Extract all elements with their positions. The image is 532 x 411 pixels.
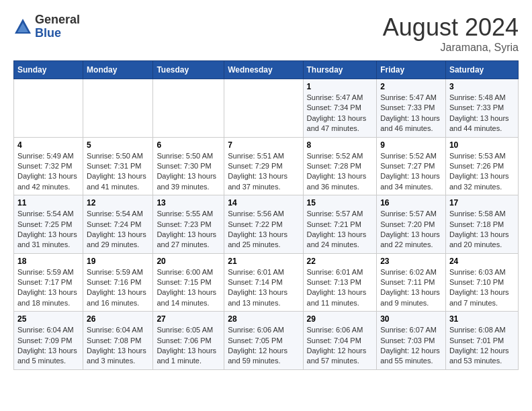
day-cell: 31Sunrise: 6:08 AMSunset: 7:01 PMDayligh… [445, 312, 518, 370]
day-info: Sunrise: 5:57 AMSunset: 7:20 PMDaylight:… [380, 209, 442, 250]
day-number: 23 [380, 257, 442, 266]
day-info: Sunrise: 6:01 AMSunset: 7:14 PMDaylight:… [228, 267, 299, 309]
calendar-table: SundayMondayTuesdayWednesdayThursdayFrid… [13, 60, 519, 370]
day-number: 20 [157, 257, 220, 266]
day-info: Sunrise: 5:49 AMSunset: 7:32 PMDaylight:… [17, 151, 79, 193]
day-number: 31 [449, 314, 515, 324]
day-info: Sunrise: 5:52 AMSunset: 7:28 PMDaylight:… [307, 151, 373, 193]
day-number: 1 [307, 82, 373, 91]
day-info: Sunrise: 6:07 AMSunset: 7:03 PMDaylight:… [380, 325, 442, 367]
day-number: 3 [449, 82, 515, 91]
day-number: 12 [87, 198, 149, 208]
week-row-2: 4Sunrise: 5:49 AMSunset: 7:32 PMDaylight… [14, 137, 519, 195]
day-cell [83, 79, 153, 138]
day-info: Sunrise: 6:08 AMSunset: 7:01 PMDaylight:… [449, 325, 515, 367]
day-info: Sunrise: 5:52 AMSunset: 7:27 PMDaylight:… [380, 151, 442, 193]
day-number: 21 [228, 257, 299, 266]
day-cell [14, 79, 83, 138]
day-info: Sunrise: 5:57 AMSunset: 7:21 PMDaylight:… [307, 209, 373, 250]
week-row-1: 1Sunrise: 5:47 AMSunset: 7:34 PMDaylight… [14, 79, 519, 138]
day-info: Sunrise: 5:47 AMSunset: 7:33 PMDaylight:… [380, 93, 442, 134]
week-row-4: 18Sunrise: 5:59 AMSunset: 7:17 PMDayligh… [14, 253, 519, 312]
day-info: Sunrise: 6:06 AMSunset: 7:05 PMDaylight:… [228, 325, 299, 367]
day-number: 9 [380, 140, 442, 150]
day-info: Sunrise: 5:50 AMSunset: 7:31 PMDaylight:… [87, 151, 149, 193]
day-cell: 28Sunrise: 6:06 AMSunset: 7:05 PMDayligh… [224, 312, 303, 370]
day-cell: 10Sunrise: 5:53 AMSunset: 7:26 PMDayligh… [445, 137, 518, 195]
header-cell-saturday: Saturday [445, 61, 518, 79]
day-info: Sunrise: 6:04 AMSunset: 7:09 PMDaylight:… [17, 325, 79, 367]
day-number: 26 [87, 314, 149, 324]
day-cell: 7Sunrise: 5:51 AMSunset: 7:29 PMDaylight… [224, 137, 303, 195]
day-number: 8 [307, 140, 373, 150]
day-info: Sunrise: 5:55 AMSunset: 7:23 PMDaylight:… [157, 209, 220, 250]
day-info: Sunrise: 5:53 AMSunset: 7:26 PMDaylight:… [449, 151, 515, 193]
header-cell-friday: Friday [377, 61, 446, 79]
day-info: Sunrise: 5:59 AMSunset: 7:16 PMDaylight:… [87, 267, 149, 309]
calendar-body: 1Sunrise: 5:47 AMSunset: 7:34 PMDaylight… [14, 79, 519, 370]
day-cell: 15Sunrise: 5:57 AMSunset: 7:21 PMDayligh… [303, 195, 377, 254]
day-number: 22 [307, 257, 373, 266]
logo: General Blue [13, 13, 80, 40]
logo-general-text: General [35, 13, 80, 27]
day-cell: 17Sunrise: 5:58 AMSunset: 7:18 PMDayligh… [445, 195, 518, 254]
header-cell-sunday: Sunday [14, 61, 83, 79]
day-cell: 25Sunrise: 6:04 AMSunset: 7:09 PMDayligh… [14, 312, 83, 370]
month-title: August 2024 [383, 13, 519, 42]
day-info: Sunrise: 6:02 AMSunset: 7:11 PMDaylight:… [380, 267, 442, 309]
header-cell-thursday: Thursday [303, 61, 377, 79]
day-number: 6 [157, 140, 220, 150]
day-number: 7 [228, 140, 299, 150]
day-number: 25 [17, 314, 79, 324]
day-number: 24 [449, 257, 515, 266]
day-cell: 2Sunrise: 5:47 AMSunset: 7:33 PMDaylight… [377, 79, 446, 138]
day-number: 4 [17, 140, 79, 150]
day-cell: 6Sunrise: 5:50 AMSunset: 7:30 PMDaylight… [153, 137, 224, 195]
logo-icon [13, 17, 32, 36]
header-cell-wednesday: Wednesday [224, 61, 303, 79]
day-number: 10 [449, 140, 515, 150]
day-number: 27 [157, 314, 220, 324]
day-cell: 11Sunrise: 5:54 AMSunset: 7:25 PMDayligh… [14, 195, 83, 254]
day-cell: 9Sunrise: 5:52 AMSunset: 7:27 PMDaylight… [377, 137, 446, 195]
day-info: Sunrise: 6:03 AMSunset: 7:10 PMDaylight:… [449, 267, 515, 309]
day-cell: 3Sunrise: 5:48 AMSunset: 7:33 PMDaylight… [445, 79, 518, 138]
day-cell: 24Sunrise: 6:03 AMSunset: 7:10 PMDayligh… [445, 253, 518, 312]
calendar-header: SundayMondayTuesdayWednesdayThursdayFrid… [14, 61, 519, 79]
day-number: 30 [380, 314, 442, 324]
day-cell: 22Sunrise: 6:01 AMSunset: 7:13 PMDayligh… [303, 253, 377, 312]
week-row-5: 25Sunrise: 6:04 AMSunset: 7:09 PMDayligh… [14, 312, 519, 370]
day-cell: 21Sunrise: 6:01 AMSunset: 7:14 PMDayligh… [224, 253, 303, 312]
title-block: August 2024 Jaramana, Syria [383, 13, 519, 54]
day-number: 29 [307, 314, 373, 324]
day-info: Sunrise: 6:00 AMSunset: 7:15 PMDaylight:… [157, 267, 220, 309]
day-info: Sunrise: 5:56 AMSunset: 7:22 PMDaylight:… [228, 209, 299, 250]
day-cell: 30Sunrise: 6:07 AMSunset: 7:03 PMDayligh… [377, 312, 446, 370]
day-info: Sunrise: 6:01 AMSunset: 7:13 PMDaylight:… [307, 267, 373, 309]
day-info: Sunrise: 6:06 AMSunset: 7:04 PMDaylight:… [307, 325, 373, 367]
day-cell: 4Sunrise: 5:49 AMSunset: 7:32 PMDaylight… [14, 137, 83, 195]
day-number: 28 [228, 314, 299, 324]
day-info: Sunrise: 5:58 AMSunset: 7:18 PMDaylight:… [449, 209, 515, 250]
day-cell [224, 79, 303, 138]
day-cell: 14Sunrise: 5:56 AMSunset: 7:22 PMDayligh… [224, 195, 303, 254]
day-info: Sunrise: 6:04 AMSunset: 7:08 PMDaylight:… [87, 325, 149, 367]
day-cell: 18Sunrise: 5:59 AMSunset: 7:17 PMDayligh… [14, 253, 83, 312]
day-number: 14 [228, 198, 299, 208]
header-row: SundayMondayTuesdayWednesdayThursdayFrid… [14, 61, 519, 79]
week-row-3: 11Sunrise: 5:54 AMSunset: 7:25 PMDayligh… [14, 195, 519, 254]
logo-blue-text: Blue [35, 27, 80, 40]
header-cell-monday: Monday [83, 61, 153, 79]
day-info: Sunrise: 5:50 AMSunset: 7:30 PMDaylight:… [157, 151, 220, 193]
day-number: 19 [87, 257, 149, 266]
day-number: 5 [87, 140, 149, 150]
day-cell: 23Sunrise: 6:02 AMSunset: 7:11 PMDayligh… [377, 253, 446, 312]
day-cell: 29Sunrise: 6:06 AMSunset: 7:04 PMDayligh… [303, 312, 377, 370]
day-number: 2 [380, 82, 442, 91]
page-header: General Blue August 2024 Jaramana, Syria [13, 13, 519, 54]
day-cell: 8Sunrise: 5:52 AMSunset: 7:28 PMDaylight… [303, 137, 377, 195]
day-info: Sunrise: 5:51 AMSunset: 7:29 PMDaylight:… [228, 151, 299, 193]
day-number: 13 [157, 198, 220, 208]
day-number: 17 [449, 198, 515, 208]
day-cell: 27Sunrise: 6:05 AMSunset: 7:06 PMDayligh… [153, 312, 224, 370]
